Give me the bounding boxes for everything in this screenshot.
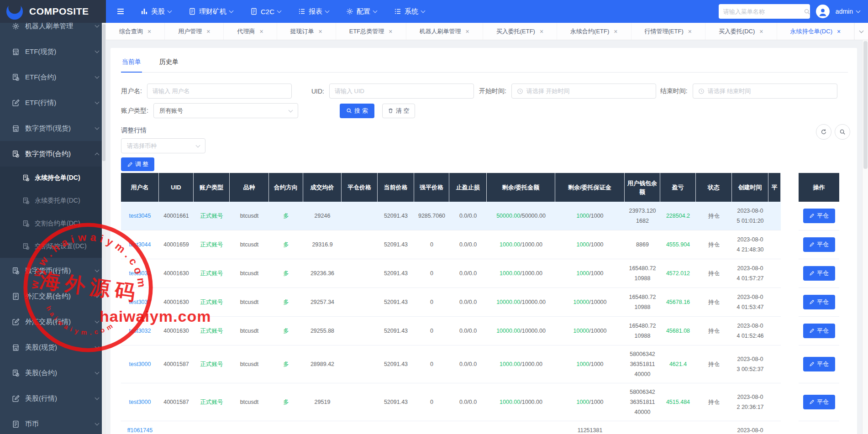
sidebar-item-美股(合约)[interactable]: 美股(合约) [0, 360, 106, 386]
tab-永续合约(ETF)[interactable]: 永续合约(ETF)× [557, 23, 631, 40]
order-tab-历史单[interactable]: 历史单 [158, 55, 179, 72]
close-position-button[interactable]: 平仓 [803, 266, 835, 281]
coin-select[interactable]: 请选择币种 [121, 138, 205, 153]
tab-永续持仓单(DC)[interactable]: 永续持仓单(DC)× [777, 23, 855, 40]
tab-ETF总类管理[interactable]: ETF总类管理× [336, 23, 406, 40]
uid-field[interactable] [329, 84, 474, 99]
close-icon[interactable]: × [837, 28, 841, 35]
table-row: test304440001659正式账号btcusdt多29316.952091… [121, 230, 848, 259]
sidebar-subitem-永续持仓单(DC)[interactable]: 永续持仓单(DC) [0, 167, 106, 189]
end-time-input[interactable] [708, 88, 832, 94]
tab-代理商[interactable]: 代理商× [224, 23, 277, 40]
close-position-button[interactable]: 平仓 [803, 395, 835, 409]
close-position-button[interactable]: 平仓 [803, 209, 835, 223]
username-link[interactable]: test3037 [129, 297, 151, 307]
end-time-field[interactable] [693, 84, 837, 99]
close-position-button[interactable]: 平仓 [803, 324, 835, 338]
sidebar-item-label: 数字货币(合约) [25, 150, 90, 158]
nav-item-配置[interactable]: 配置 [346, 7, 377, 16]
nav-item-报表[interactable]: 报表 [298, 7, 329, 16]
table-tools [816, 124, 850, 140]
search-button[interactable]: 搜 索 [340, 104, 374, 118]
sidebar-subitem-交割场控设置(DC)[interactable]: 交割场控设置(DC) [0, 235, 106, 258]
avatar[interactable] [816, 5, 830, 18]
nav-right: admin [719, 4, 860, 19]
close-icon[interactable]: × [147, 28, 151, 35]
username-link[interactable]: test3032 [129, 326, 151, 336]
chevron-down-icon [288, 108, 293, 112]
hamburger-icon[interactable] [116, 7, 125, 16]
close-position-button[interactable]: 平仓 [803, 237, 835, 252]
sidebar-item-ETF(行情)[interactable]: ETF(行情) [0, 90, 106, 115]
order-tab-当前单[interactable]: 当前单 [121, 55, 142, 72]
close-icon[interactable]: × [759, 28, 763, 35]
close-position-button[interactable]: 平仓 [803, 295, 835, 309]
sidebar-item-ETF(现货)[interactable]: ETF(现货) [0, 39, 106, 64]
close-icon[interactable]: × [259, 28, 263, 35]
nav-item-C2C[interactable]: C2C [250, 7, 281, 16]
close-icon[interactable]: × [319, 28, 322, 35]
username-link[interactable]: test3045 [129, 211, 151, 221]
nav-item-系统[interactable]: 系统 [394, 7, 425, 16]
tab-提现订单[interactable]: 提现订单× [277, 23, 336, 40]
username-link[interactable]: test3044 [129, 240, 151, 250]
pencil-icon [809, 328, 815, 334]
sidebar-item-数字货币(合约)[interactable]: 数字货币(合约) [0, 141, 106, 167]
sidebar-subitem-交割合约单(DC)[interactable]: 交割合约单(DC) [0, 212, 106, 235]
username-link[interactable]: test3000 [129, 397, 151, 407]
sidebar-scrollbar[interactable] [102, 23, 106, 434]
tab-综合查询[interactable]: 综合查询× [106, 23, 165, 40]
pencil-icon [809, 271, 815, 276]
close-position-button[interactable]: 平仓 [803, 357, 835, 371]
admin-dropdown[interactable]: admin [836, 8, 860, 15]
sidebar-item-美股(现货)[interactable]: 美股(现货) [0, 335, 106, 360]
tab-买入委托(ETF)[interactable]: 买入委托(ETF)× [483, 23, 557, 40]
sidebar-item-ETF(合约)[interactable]: ETF(合约) [0, 64, 106, 90]
close-icon[interactable]: × [614, 28, 617, 35]
tabs-overflow-button[interactable] [854, 23, 868, 40]
close-position-label: 平仓 [817, 298, 829, 306]
close-icon[interactable]: × [466, 28, 469, 35]
account-type-select[interactable]: 所有账号 [153, 103, 298, 118]
close-icon[interactable]: × [389, 28, 392, 35]
menu-search-box[interactable] [719, 4, 810, 19]
start-time-input[interactable] [526, 88, 651, 94]
adjust-button[interactable]: 调 整 [121, 157, 154, 171]
menu-search-input[interactable] [723, 8, 804, 15]
close-icon[interactable]: × [206, 28, 210, 35]
sidebar-item-数字货币(现货)[interactable]: 数字货币(现货) [0, 115, 106, 141]
tab-机器人刷单管理[interactable]: 机器人刷单管理× [406, 23, 483, 40]
close-icon[interactable]: × [540, 28, 543, 35]
username-field[interactable] [147, 84, 292, 99]
username-input[interactable] [153, 88, 286, 94]
start-time-field[interactable] [511, 84, 656, 99]
sidebar-item-数字货币(行情)[interactable]: 数字货币(行情) [0, 258, 106, 283]
sidebar-item-外汇交易(行情)[interactable]: 外汇交易(行情) [0, 309, 106, 335]
search-icon[interactable] [804, 8, 810, 15]
tab-label: 买入委托(DC) [719, 27, 755, 36]
clear-button[interactable]: 清 空 [382, 104, 415, 118]
refresh-button[interactable] [816, 124, 831, 140]
uid-input[interactable] [335, 88, 468, 94]
sidebar-item-美股(行情)[interactable]: 美股(行情) [0, 386, 106, 411]
sidebar-subitem-永续委托单(DC)[interactable]: 永续委托单(DC) [0, 189, 106, 212]
sidebar-scrollbar-thumb[interactable] [102, 24, 105, 161]
column-header: 用户名 [121, 173, 159, 202]
page-scrollbar-thumb[interactable] [863, 41, 868, 169]
tab-用户管理[interactable]: 用户管理× [165, 23, 224, 40]
close-icon[interactable]: × [688, 28, 692, 35]
username-link[interactable]: test3032 [129, 268, 151, 278]
sidebar-item-机器人刷单管理[interactable]: 机器人刷单管理 [0, 23, 106, 39]
page-scrollbar[interactable] [862, 40, 868, 434]
tab-行情管理(ETF)[interactable]: 行情管理(ETF)× [631, 23, 705, 40]
table-gutter [781, 345, 799, 383]
cell-amount: 1000.00/1000.00 [487, 383, 555, 421]
tab-买入委托(DC)[interactable]: 买入委托(DC)× [705, 23, 777, 40]
nav-item-理财矿机[interactable]: 理财矿机 [189, 7, 233, 16]
username-link[interactable]: test3000 [129, 359, 151, 369]
sidebar-item-币币[interactable]: 币币 [0, 411, 106, 434]
zoom-button[interactable] [835, 124, 850, 140]
nav-item-美股[interactable]: 美股 [141, 7, 171, 16]
sidebar-item-外汇交易(合约)[interactable]: 外汇交易(合约) [0, 283, 106, 309]
username-link[interactable]: ff1061745 [127, 425, 153, 434]
